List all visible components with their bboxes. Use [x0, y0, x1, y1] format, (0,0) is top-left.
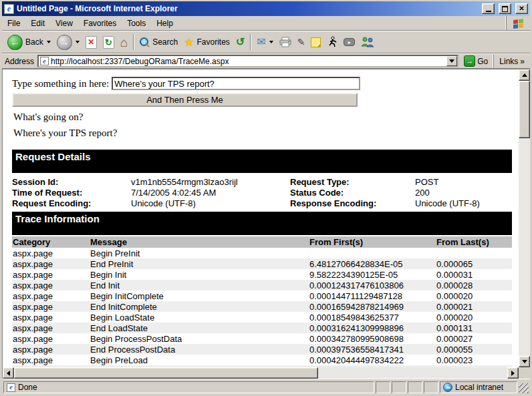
mail-dropdown-icon[interactable] — [269, 41, 273, 43]
cell-from-last: 0.000065 — [436, 258, 512, 269]
edit-button[interactable]: ✎ — [295, 32, 308, 52]
detail-label: Time of Request: — [12, 188, 131, 198]
edit-icon: ✎ — [297, 37, 305, 47]
search-icon — [140, 37, 150, 47]
status-bar: e Done Local intranet — [2, 379, 530, 395]
scroll-left-button[interactable] — [3, 367, 14, 379]
status-pane-empty — [392, 381, 406, 393]
forward-button[interactable]: → — [54, 32, 82, 52]
links-bar[interactable]: Links » — [493, 55, 527, 67]
back-button[interactable]: ← Back — [5, 32, 53, 52]
go-button[interactable]: → Go — [462, 55, 490, 67]
menu-edit[interactable]: Edit — [25, 16, 50, 30]
home-icon: ⌂ — [120, 36, 128, 49]
history-button[interactable]: ↺ — [233, 32, 247, 52]
address-input[interactable]: http://localhost:2337/DebugORama/TraceMe… — [51, 57, 444, 66]
cell-category: aspx.page — [12, 344, 90, 355]
history-icon: ↺ — [236, 37, 245, 47]
cell-message: Begin LoadState — [90, 312, 309, 323]
favorites-button[interactable]: ★ Favorites — [181, 32, 233, 52]
back-label: Back — [25, 37, 43, 47]
text-input[interactable] — [112, 77, 360, 90]
standard-toolbar: ← Back → ✕ ↻ ⌂ Search ★ Favorites ↺ — [2, 31, 530, 53]
arrow-right-icon — [511, 371, 515, 376]
detail-value: v1m1nb5554rmgm3lzao3rijl — [131, 177, 290, 188]
forward-dropdown-icon[interactable] — [76, 41, 80, 43]
scroll-right-button[interactable] — [507, 367, 519, 379]
search-button[interactable]: Search — [137, 32, 180, 52]
discuss-button[interactable] — [308, 32, 323, 52]
home-button[interactable]: ⌂ — [118, 32, 130, 52]
refresh-button[interactable]: ↻ — [100, 32, 117, 52]
menu-bar: File Edit View Favorites Tools Help — [2, 16, 530, 31]
cell-message: Begin InitComplete — [90, 290, 309, 301]
press-me-button[interactable]: And Then Press Me — [12, 93, 358, 107]
menu-tools[interactable]: Tools — [122, 16, 151, 30]
mail-button[interactable]: ✉ — [254, 32, 275, 52]
cell-from-last: 0.000031 — [436, 269, 512, 280]
cell-message: Begin Init — [90, 269, 309, 280]
form-label: Type something in here: — [12, 78, 109, 89]
detail-label: Status Code: — [290, 188, 415, 198]
scroll-down-button[interactable] — [519, 356, 530, 367]
menu-file[interactable]: File — [2, 16, 25, 30]
menu-favorites[interactable]: Favorites — [78, 16, 122, 30]
horizontal-scrollbar[interactable] — [3, 367, 519, 379]
table-row: aspx.page End Init 0.000124317476103806 … — [12, 280, 512, 290]
cell-from-last: 0.000027 — [436, 333, 512, 344]
page-viewport: Type something in here: And Then Press M… — [2, 69, 530, 379]
stop-button[interactable]: ✕ — [83, 32, 100, 52]
cell-category: aspx.page — [12, 355, 90, 365]
arrow-up-icon — [522, 73, 527, 77]
resize-grip[interactable] — [519, 383, 529, 393]
cell-category: aspx.page — [12, 333, 90, 344]
windows-logo-icon — [506, 16, 530, 30]
menu-view[interactable]: View — [50, 16, 78, 30]
print-button[interactable] — [277, 32, 294, 52]
close-icon: ✕ — [519, 5, 524, 12]
refresh-icon: ↻ — [103, 36, 114, 49]
arrow-left-icon — [7, 371, 10, 376]
trace-table: Category Message From First(s) From Last… — [12, 236, 512, 367]
messenger-launch-button[interactable] — [324, 32, 340, 52]
trace-information-header: Trace Information — [12, 212, 512, 235]
menu-help[interactable]: Help — [151, 16, 178, 30]
links-label: Links — [499, 57, 518, 66]
running-man-icon — [327, 36, 338, 48]
cell-from-first: 0.000342780995908698 — [309, 333, 436, 344]
cell-from-first: 0.000420444497834222 — [309, 355, 436, 365]
table-row: aspx.page End ProcessPostData 0.00039753… — [12, 344, 512, 355]
links-chevron-icon: » — [520, 57, 525, 66]
cell-from-first: 0.000316241309998896 — [309, 323, 436, 333]
cell-category: aspx.page — [12, 280, 90, 290]
address-dropdown-button[interactable] — [446, 56, 457, 66]
cell-category: aspx.page — [12, 323, 90, 333]
realcom-button[interactable]: ▸ — [341, 32, 358, 52]
col-category: Category — [12, 236, 90, 248]
vertical-scroll-thumb[interactable] — [519, 81, 530, 138]
zone-text: Local intranet — [455, 383, 503, 392]
msn-messenger-button[interactable] — [358, 32, 377, 52]
details-row: Session Id: v1m1nb5554rmgm3lzao3rijl Req… — [12, 177, 512, 188]
arrow-down-icon — [522, 360, 527, 363]
output-line-1: What's going on? — [13, 111, 519, 123]
output-line-2: Where's your TPS report? — [13, 127, 519, 139]
detail-label: Request Encoding: — [12, 198, 131, 209]
table-row: aspx.page Begin LoadState 0.000185498436… — [12, 312, 512, 323]
cell-message: End InitComplete — [90, 301, 309, 312]
table-row: aspx.page Begin Init 9.5822234390125E-05… — [12, 269, 512, 280]
cell-message: End LoadState — [90, 323, 309, 333]
back-dropdown-icon[interactable] — [47, 41, 51, 43]
close-button[interactable]: ✕ — [515, 3, 528, 14]
vertical-scrollbar[interactable] — [519, 69, 530, 367]
scroll-up-button[interactable] — [519, 69, 530, 81]
speech-bubble-icon: ▸ — [344, 38, 355, 46]
details-row: Time of Request: 7/14/2005 4:02:45 AM St… — [12, 188, 512, 198]
horizontal-scroll-thumb[interactable] — [14, 367, 318, 379]
minimize-button[interactable] — [482, 3, 495, 14]
mail-icon: ✉ — [257, 37, 265, 47]
messenger-people-icon — [361, 37, 374, 47]
cell-category: aspx.page — [12, 290, 90, 301]
maximize-button[interactable] — [499, 3, 511, 14]
cell-from-last: 0.000028 — [436, 280, 512, 290]
